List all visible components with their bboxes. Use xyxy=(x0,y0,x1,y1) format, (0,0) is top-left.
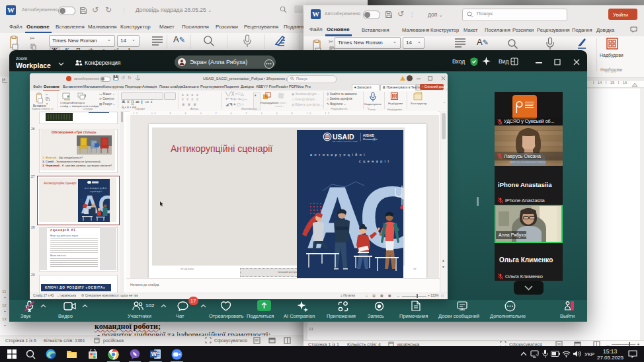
svg-text:#USAID_: #USAID_ xyxy=(363,134,376,137)
svg-text:антикорупційні: антикорупційні xyxy=(310,153,367,157)
svg-text:ВзаємоДія: ВзаємоДія xyxy=(363,137,378,141)
svg-text:W: W xyxy=(151,351,157,357)
svg-text:ВІД АМЕРИКАНСЬКОГО НАРОДУ: ВІД АМЕРИКАНСЬКОГО НАРОДУ xyxy=(333,141,358,143)
svg-text:USAID: USAID xyxy=(333,133,354,141)
svg-text:антикорупційні: антикорупційні xyxy=(85,187,108,190)
svg-text:сценарії: сценарії xyxy=(359,159,391,163)
